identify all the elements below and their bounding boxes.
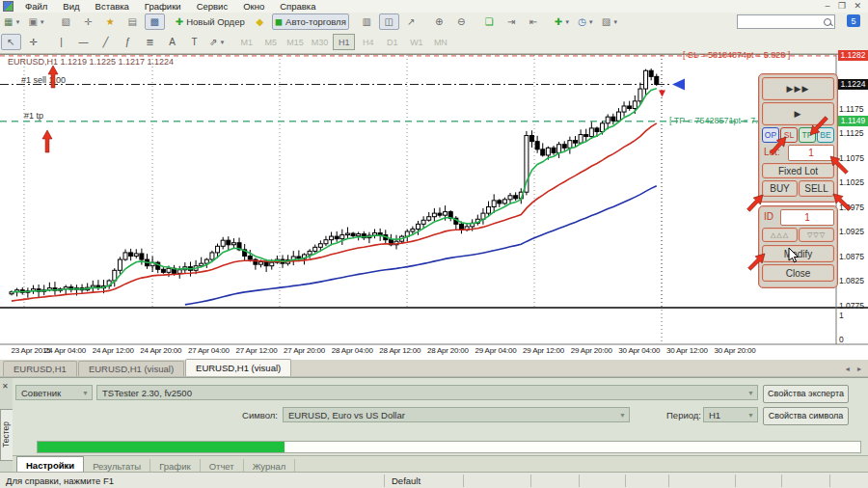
timeframe-M15[interactable]: M15 — [284, 34, 307, 50]
candle-down — [248, 257, 252, 260]
chart-tab[interactable]: EURUSD,H1 (visual) — [78, 361, 184, 376]
auto-scroll-icon[interactable]: ⇤ — [524, 14, 544, 30]
tp-toggle-button[interactable]: TP — [799, 127, 816, 143]
data-window-icon[interactable]: ▧ — [56, 14, 76, 30]
chart-shift-icon[interactable]: ⇥ — [502, 14, 522, 30]
templates-dropdown-icon[interactable]: ▼ — [612, 19, 618, 25]
strategy-tester-icon[interactable]: ▩ — [145, 14, 165, 30]
timeframe-W1[interactable]: W1 — [405, 34, 427, 50]
op-toggle-button[interactable]: OP — [762, 127, 779, 143]
chart-window[interactable]: EURUSD,H1 1.1219 1.1225 1.1217 1.1224 [ … — [0, 54, 868, 360]
timeframe-H4[interactable]: H4 — [357, 34, 379, 50]
sell-order-label: #1 sell 1.00 — [21, 75, 66, 85]
trendline-icon[interactable]: ╱ — [95, 34, 116, 50]
menu-Окно[interactable]: Окно — [235, 1, 272, 12]
timeframe-M1[interactable]: M1 — [235, 34, 258, 50]
sl-toggle-button[interactable]: SL — [780, 127, 798, 143]
chart-tab-bar: EURUSD,H1EURUSD,H1 (visual)EURUSD,H1 (vi… — [0, 360, 868, 377]
close-button[interactable]: Close — [762, 264, 834, 282]
search-box[interactable] — [737, 14, 835, 29]
timeframe-H1[interactable]: H1 — [333, 34, 355, 50]
cursor-icon[interactable]: ↖ — [1, 34, 21, 50]
price-tick: 1.0825 — [839, 276, 864, 285]
vline-icon[interactable]: | — [51, 34, 71, 50]
community-badge[interactable]: 5 — [847, 14, 860, 27]
time-tick: 29 Apr 12:00 — [523, 346, 564, 355]
candle-down — [438, 213, 442, 215]
text-icon[interactable]: A — [162, 34, 182, 50]
tile-windows-icon[interactable]: ❏ — [479, 14, 500, 30]
expert-mode-select[interactable]: Советник▼ — [15, 385, 93, 400]
text-label-icon[interactable]: T — [184, 34, 204, 50]
candle-up — [487, 207, 491, 214]
chart-candles-icon[interactable]: ◫ — [379, 14, 399, 30]
terminal-icon[interactable]: ▤ — [122, 14, 143, 30]
shapes-icon[interactable]: ⇗▼ — [206, 34, 228, 50]
time-tick: 28 Apr 12:00 — [379, 346, 420, 355]
chart-tab[interactable]: EURUSD,H1 — [3, 361, 77, 376]
indicators-dropdown-icon[interactable]: ▼ — [564, 19, 570, 25]
indicators-icon[interactable]: ✚▼ — [552, 14, 573, 30]
increase-arrows-button[interactable]: △△△ — [762, 228, 798, 242]
menu-Сервис[interactable]: Сервис — [189, 1, 236, 12]
navigator-icon[interactable]: ✛ — [78, 14, 98, 30]
channel-icon[interactable]: ≣ — [140, 34, 160, 50]
new-chart-dropdown-icon[interactable]: ▼ — [14, 19, 20, 25]
fixed-lot-button[interactable]: Fixed Lot — [762, 163, 834, 178]
search-icon[interactable] — [824, 18, 831, 26]
periods-dropdown-icon[interactable]: ▼ — [588, 19, 594, 25]
tester-close-icon[interactable]: ✕ — [2, 382, 9, 391]
autotrade-icon[interactable]: ◼Авто-торговля — [272, 14, 349, 30]
chart-tab[interactable]: EURUSD,H1 (visual) — [185, 359, 291, 376]
symbol-properties-button[interactable]: Свойства символа — [763, 407, 849, 425]
shapes-dropdown-icon[interactable]: ▼ — [219, 40, 225, 45]
favorites-icon[interactable]: ★ — [100, 14, 121, 30]
expert-properties-button[interactable]: Свойства эксперта — [763, 385, 849, 403]
new-chart-icon[interactable]: ▦▼ — [1, 14, 23, 30]
search-input[interactable] — [738, 16, 823, 27]
timeframe-MN[interactable]: MN — [429, 34, 451, 50]
period-select[interactable]: H1▼ — [703, 407, 758, 422]
tester-vertical-tab[interactable]: Тестер — [0, 409, 13, 461]
crosshair-glyph: ✛ — [29, 37, 37, 47]
new-order-icon[interactable]: ✚Новый Ордер — [173, 14, 248, 30]
price-chart[interactable] — [0, 55, 868, 360]
profiles-icon[interactable]: ▣▼ — [25, 14, 47, 30]
crosshair-icon[interactable]: ✛ — [23, 34, 43, 50]
menu-Файл[interactable]: Файл — [17, 1, 55, 12]
candle-down — [655, 76, 659, 84]
fibo-icon[interactable]: ƒ — [118, 34, 138, 50]
id-input[interactable] — [780, 209, 834, 226]
fast-forward-button[interactable]: ▶▶▶ — [762, 77, 834, 100]
timeframe-D1[interactable]: D1 — [381, 34, 403, 50]
menu-Справка[interactable]: Справка — [272, 1, 323, 12]
timeframe-M30[interactable]: M30 — [309, 34, 332, 50]
periods-icon[interactable]: ◷▼ — [575, 14, 597, 30]
hline-icon[interactable]: — — [73, 34, 94, 50]
buy-button[interactable]: BUY — [762, 180, 798, 197]
menu-Вид[interactable]: Вид — [55, 1, 87, 12]
expert-select[interactable]: TSTester 2.30, fv2500▼ — [96, 385, 758, 400]
symbol-select[interactable]: EURUSD, Euro vs US Dollar▼ — [283, 407, 630, 422]
lot-input[interactable] — [788, 145, 834, 161]
profiles-dropdown-icon[interactable]: ▼ — [40, 19, 45, 25]
templates-icon[interactable]: ▨▼ — [599, 14, 621, 30]
menu-Вставка[interactable]: Вставка — [88, 1, 137, 12]
decrease-arrows-button[interactable]: ▽▽▽ — [799, 228, 834, 242]
play-button[interactable]: ▶ — [762, 102, 834, 125]
modify-button[interactable]: Modify — [762, 245, 834, 262]
delete-order-icon[interactable]: ◆ — [250, 14, 270, 30]
window-controls[interactable]: – ❐ ✕ — [825, 1, 864, 11]
chart-bars-icon[interactable]: ▥ — [357, 14, 377, 30]
candle-up — [357, 234, 361, 236]
be-toggle-button[interactable]: BE — [817, 127, 834, 143]
zoom-out-icon[interactable]: ⊖ — [451, 14, 472, 30]
zoom-in-icon[interactable]: ⊕ — [429, 14, 449, 30]
status-profile: Default — [392, 475, 420, 486]
tab-scroll-arrows[interactable]: ◂ ▸ — [846, 365, 864, 373]
timeframe-M5[interactable]: M5 — [259, 34, 282, 50]
candle-up — [579, 135, 583, 144]
menu-Графики[interactable]: Графики — [137, 1, 189, 12]
chart-line-icon[interactable]: ↗ — [401, 14, 421, 30]
sell-button[interactable]: SELL — [799, 180, 834, 197]
